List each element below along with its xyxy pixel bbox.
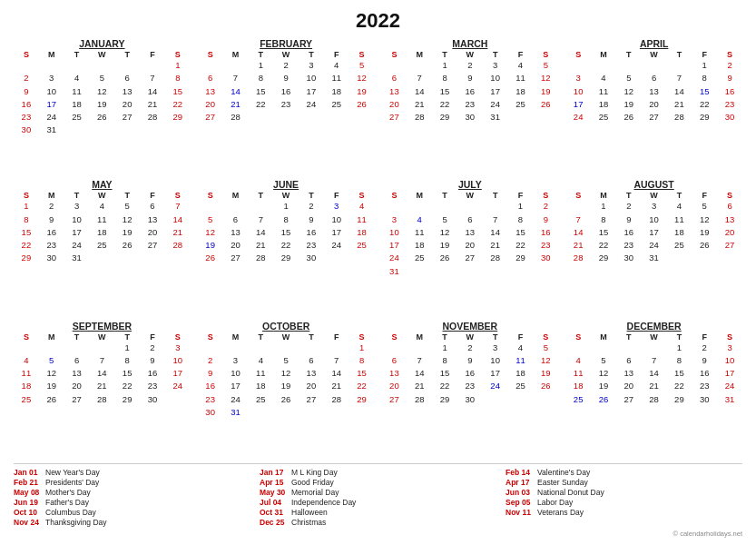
cal-day: 1 xyxy=(667,342,692,354)
dow-header: S xyxy=(349,191,375,200)
month-block-october: OCTOBERSMTWTFS12345678910111213141516171… xyxy=(198,321,375,458)
cal-day: 12 xyxy=(198,226,223,239)
cal-day: 30 xyxy=(717,111,742,124)
cal-day: 15 xyxy=(248,85,273,98)
cal-day: 18 xyxy=(248,380,273,392)
cal-day: 24 xyxy=(64,239,90,252)
cal-day xyxy=(140,59,165,72)
cal-day: 23 xyxy=(14,111,39,124)
cal-day: 17 xyxy=(565,98,591,111)
dow-header: T xyxy=(299,332,324,342)
dow-header: F xyxy=(692,332,717,342)
cal-day: 22 xyxy=(273,239,299,252)
cal-day: 28 xyxy=(89,393,114,406)
cal-day: 24 xyxy=(299,98,324,111)
cal-day xyxy=(508,111,534,124)
holiday-row: Nov 24Thanksgiving Day xyxy=(14,518,250,527)
dow-header: T xyxy=(616,332,642,342)
cal-day: 18 xyxy=(64,98,90,111)
cal-day: 12 xyxy=(89,85,114,98)
cal-day xyxy=(533,265,558,278)
cal-day: 17 xyxy=(324,226,349,239)
cal-day: 2 xyxy=(457,342,483,354)
month-title: DECEMBER xyxy=(565,321,742,332)
dow-header: T xyxy=(432,191,457,200)
cal-day: 21 xyxy=(223,98,249,111)
dow-header: W xyxy=(642,332,667,342)
cal-day: 18 xyxy=(407,239,432,252)
month-table: SMTWTFS123456789101112131415161718192021… xyxy=(382,191,559,278)
cal-day xyxy=(64,59,90,72)
cal-day: 1 xyxy=(692,59,717,72)
dow-header: T xyxy=(299,50,324,59)
cal-day: 22 xyxy=(114,380,140,392)
cal-day: 12 xyxy=(616,85,642,98)
cal-day: 25 xyxy=(508,98,534,111)
holiday-row: Jun 03National Donut Day xyxy=(506,488,742,497)
dow-header: S xyxy=(165,191,191,200)
cal-day: 6 xyxy=(114,72,140,84)
holiday-row: Jul 04Independence Day xyxy=(260,498,496,507)
cal-day: 1 xyxy=(165,59,191,72)
cal-day: 25 xyxy=(508,380,534,392)
dow-header: S xyxy=(165,50,191,59)
dow-header: T xyxy=(64,191,90,200)
dow-header: T xyxy=(114,332,140,342)
cal-day: 6 xyxy=(717,200,742,213)
holiday-date: Nov 24 xyxy=(14,518,41,527)
cal-day: 4 xyxy=(349,200,375,213)
holiday-date: Jun 19 xyxy=(14,498,41,507)
month-block-december: DECEMBERSMTWTFS1234567891011121314151617… xyxy=(565,321,742,458)
holiday-date: Nov 11 xyxy=(506,508,533,517)
dow-header: W xyxy=(457,332,483,342)
cal-day: 12 xyxy=(533,354,558,367)
holiday-date: Oct 10 xyxy=(14,508,41,517)
cal-day: 29 xyxy=(114,393,140,406)
month-table: SMTWTFS123456789101112131415161718192021… xyxy=(14,191,191,264)
dow-header: M xyxy=(591,332,616,342)
holiday-name: National Donut Day xyxy=(537,488,604,497)
cal-day: 24 xyxy=(642,239,667,252)
cal-day: 25 xyxy=(565,393,591,406)
month-block-january: JANUARYSMTWTFS12345678910111213141516171… xyxy=(14,38,191,175)
cal-day: 6 xyxy=(140,200,165,213)
dow-header: T xyxy=(432,332,457,342)
holiday-date: Jan 01 xyxy=(14,468,41,477)
dow-header: S xyxy=(382,191,407,200)
dow-header: W xyxy=(273,50,299,59)
cal-day: 17 xyxy=(483,85,508,98)
dow-header: S xyxy=(165,332,191,342)
cal-day: 18 xyxy=(14,380,39,392)
cal-day: 30 xyxy=(140,393,165,406)
dow-header: T xyxy=(483,332,508,342)
cal-day: 12 xyxy=(533,72,558,84)
cal-day: 10 xyxy=(483,72,508,84)
cal-day: 20 xyxy=(382,98,407,111)
cal-day: 26 xyxy=(692,239,717,252)
cal-day: 6 xyxy=(642,72,667,84)
cal-day: 14 xyxy=(89,367,114,380)
cal-day: 23 xyxy=(717,98,742,111)
dow-header: T xyxy=(483,191,508,200)
cal-day: 13 xyxy=(642,85,667,98)
cal-day: 1 xyxy=(273,200,299,213)
holiday-name: Easter Sunday xyxy=(537,478,588,487)
cal-day: 16 xyxy=(692,367,717,380)
cal-day xyxy=(248,111,273,124)
cal-day: 29 xyxy=(349,393,375,406)
dow-header: F xyxy=(140,50,165,59)
holiday-name: Independence Day xyxy=(291,498,356,507)
holiday-row: Oct 10Columbus Day xyxy=(14,508,250,517)
cal-day: 3 xyxy=(382,213,407,226)
cal-day xyxy=(248,342,273,354)
cal-day: 26 xyxy=(533,98,558,111)
cal-day: 23 xyxy=(457,98,483,111)
cal-day: 14 xyxy=(165,213,191,226)
cal-day xyxy=(273,342,299,354)
cal-day: 15 xyxy=(692,85,717,98)
cal-day: 3 xyxy=(39,72,64,84)
dow-header: S xyxy=(198,191,223,200)
cal-day: 5 xyxy=(89,72,114,84)
cal-day: 3 xyxy=(223,354,249,367)
cal-day: 15 xyxy=(591,226,616,239)
